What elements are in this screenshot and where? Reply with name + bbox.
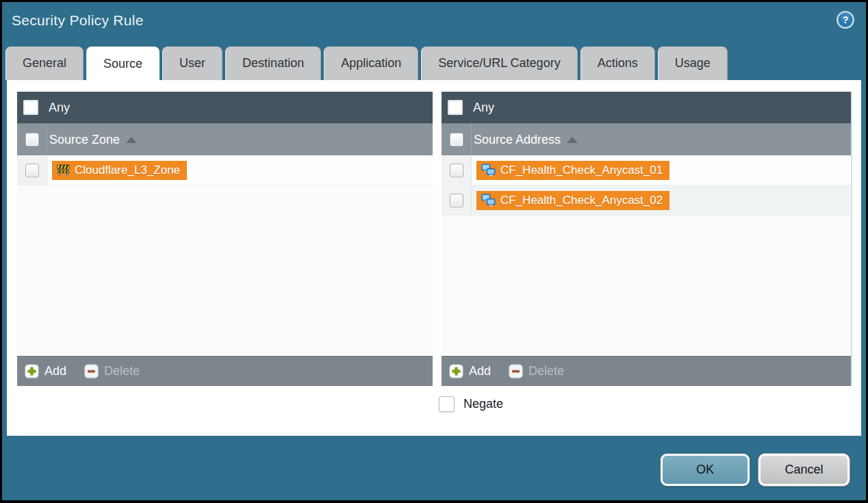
source-zone-panel: Any Source Zone: [17, 92, 433, 386]
zone-list-item: Cloudflare_L3_Zone: [17, 155, 433, 185]
address-any-label: Any: [473, 101, 494, 115]
zone-any-label: Any: [49, 101, 70, 115]
svg-text:?: ?: [843, 14, 849, 25]
tab-user-label: User: [179, 56, 205, 70]
tab-destination[interactable]: Destination: [225, 47, 321, 80]
address-add-label: Add: [469, 364, 491, 378]
minus-icon: [84, 364, 99, 378]
zone-any-row: Any: [17, 92, 433, 123]
negate-label: Negate: [463, 397, 503, 411]
cancel-button[interactable]: Cancel: [758, 454, 850, 486]
address-delete-button[interactable]: Delete: [509, 364, 564, 378]
address-list-body: CF_Health_Check_Anycast_01: [442, 155, 851, 356]
address-select-all-cell: [442, 124, 472, 155]
zone-row-checkbox[interactable]: [25, 164, 39, 177]
sort-asc-icon: [126, 137, 137, 143]
plus-icon: [25, 364, 39, 378]
tab-application-label: Application: [341, 56, 401, 70]
tab-source[interactable]: Source: [86, 47, 159, 81]
zone-object-label: Cloudflare_L3_Zone: [75, 164, 180, 177]
tab-user[interactable]: User: [162, 47, 222, 80]
tab-general[interactable]: General: [5, 47, 84, 80]
zone-icon: [57, 164, 70, 176]
zone-add-label: Add: [44, 364, 66, 378]
title-bar: Security Policy Rule ?: [2, 2, 866, 44]
zone-select-all-checkbox[interactable]: [25, 133, 39, 146]
security-policy-rule-dialog: Security Policy Rule ? General Source Us…: [0, 0, 868, 503]
tab-actions[interactable]: Actions: [580, 47, 655, 80]
source-tab-content: Any Source Zone: [7, 80, 861, 436]
tab-service-url-category-label: Service/URL Category: [438, 56, 560, 70]
address-any-checkbox[interactable]: [448, 100, 463, 115]
address-column-header-label: Source Address: [474, 133, 561, 147]
dialog-surface: Security Policy Rule ? General Source Us…: [2, 2, 866, 500]
address-delete-label: Delete: [528, 364, 564, 378]
zone-select-all-cell: [17, 124, 47, 155]
tab-bar: General Source User Destination Applicat…: [5, 47, 863, 80]
help-icon[interactable]: ?: [836, 10, 855, 29]
negate-checkbox[interactable]: [439, 396, 455, 412]
tab-actions-label: Actions: [598, 56, 638, 70]
zone-object-chip[interactable]: Cloudflare_L3_Zone: [52, 161, 187, 180]
address-select-all-checkbox[interactable]: [450, 133, 463, 146]
negate-row: Negate: [439, 396, 503, 412]
address-row-checkbox-cell: [442, 155, 472, 185]
tab-service-url-category[interactable]: Service/URL Category: [421, 47, 577, 80]
zone-column-header[interactable]: Source Zone: [49, 133, 137, 147]
address-column-header-row: Source Address: [442, 123, 851, 155]
address-icon: [481, 164, 496, 177]
plus-icon: [449, 364, 463, 378]
zone-delete-label: Delete: [104, 364, 140, 378]
address-icon: [481, 194, 496, 207]
ok-button[interactable]: OK: [661, 454, 750, 486]
dialog-title: Security Policy Rule: [12, 12, 144, 29]
address-add-button[interactable]: Add: [449, 364, 491, 378]
tab-source-label: Source: [103, 57, 142, 71]
sort-asc-icon: [567, 137, 578, 143]
address-list-item: CF_Health_Check_Anycast_02: [442, 185, 851, 216]
source-address-panel: Any Source Address: [442, 92, 852, 386]
dialog-footer: OK Cancel: [2, 436, 866, 500]
zone-any-checkbox[interactable]: [23, 100, 38, 115]
tab-destination-label: Destination: [242, 56, 304, 70]
minus-icon: [509, 364, 523, 378]
address-list-item: CF_Health_Check_Anycast_01: [442, 155, 851, 185]
address-row-checkbox-cell: [442, 185, 472, 215]
zone-delete-button[interactable]: Delete: [84, 364, 140, 378]
zone-panel-footer: Add Delete: [17, 356, 433, 386]
tab-application[interactable]: Application: [324, 47, 418, 80]
zone-column-header-row: Source Zone: [17, 123, 433, 155]
address-object-chip[interactable]: CF_Health_Check_Anycast_01: [476, 161, 669, 180]
address-any-row: Any: [442, 92, 851, 123]
address-object-chip[interactable]: CF_Health_Check_Anycast_02: [476, 191, 669, 210]
zone-list-body: Cloudflare_L3_Zone: [17, 155, 433, 356]
address-panel-footer: Add Delete: [442, 356, 851, 386]
zone-row-checkbox-cell: [17, 155, 47, 185]
tab-usage[interactable]: Usage: [658, 47, 728, 80]
address-column-header[interactable]: Source Address: [474, 133, 578, 147]
address-row-checkbox[interactable]: [450, 164, 463, 177]
zone-add-button[interactable]: Add: [25, 364, 66, 378]
address-object-label: CF_Health_Check_Anycast_01: [500, 164, 663, 177]
tab-general-label: General: [23, 56, 66, 70]
address-object-label: CF_Health_Check_Anycast_02: [500, 194, 663, 207]
zone-column-header-label: Source Zone: [49, 133, 120, 147]
address-row-checkbox[interactable]: [450, 194, 463, 207]
tab-usage-label: Usage: [675, 56, 711, 70]
